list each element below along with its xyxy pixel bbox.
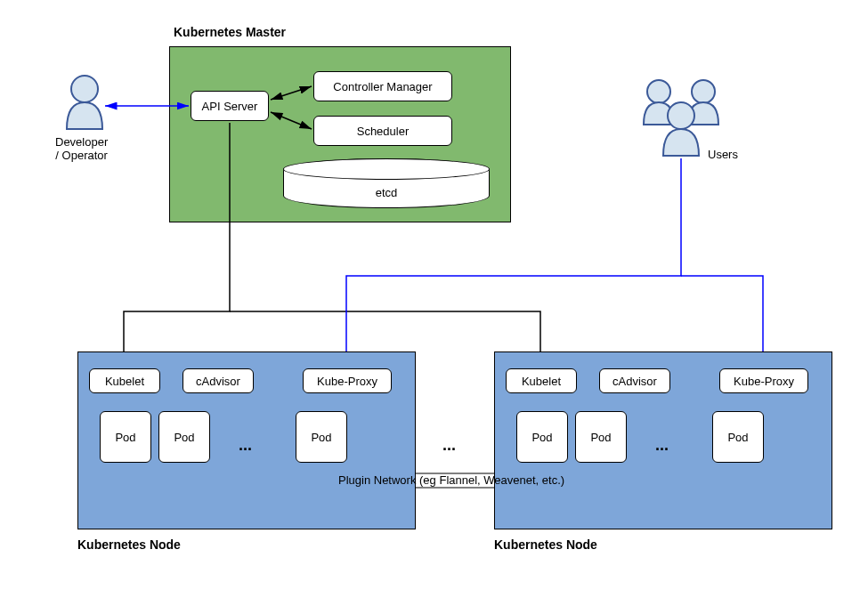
users-label: Users xyxy=(708,148,738,161)
svg-point-3 xyxy=(668,102,694,129)
nodes-ellipsis: ... xyxy=(442,436,456,455)
node1-pod3: Pod xyxy=(296,411,347,463)
plugin-network-label: Plugin Network (eg Flannel, Weavenet, et… xyxy=(338,473,564,487)
node1-kubelet: Kubelet xyxy=(89,368,160,393)
node2-pod3: Pod xyxy=(712,411,764,463)
etcd-label: etcd xyxy=(284,186,489,199)
node2-kubeproxy: Kube-Proxy xyxy=(719,368,808,393)
controller-manager-box: Controller Manager xyxy=(313,71,452,101)
node2-pod2: Pod xyxy=(575,411,627,463)
node2-title: Kubernetes Node xyxy=(494,537,597,552)
node1-pod2: Pod xyxy=(158,411,210,463)
svg-point-1 xyxy=(647,80,670,103)
node1-ellipsis: ... xyxy=(239,436,252,455)
api-server-box: API Server xyxy=(191,91,269,121)
scheduler-box: Scheduler xyxy=(313,116,452,146)
node2-cadvisor: cAdvisor xyxy=(599,368,670,393)
node2-ellipsis: ... xyxy=(655,436,669,455)
node2-kubelet: Kubelet xyxy=(506,368,577,393)
developer-icon xyxy=(67,76,102,129)
node1-cadvisor: cAdvisor xyxy=(183,368,254,393)
svg-point-0 xyxy=(71,76,98,102)
node1-title: Kubernetes Node xyxy=(77,537,181,552)
master-title: Kubernetes Master xyxy=(174,25,286,39)
node1-kubeproxy: Kube-Proxy xyxy=(303,368,392,393)
svg-point-2 xyxy=(692,80,715,103)
developer-label: Developer / Operator xyxy=(55,135,108,162)
etcd-cylinder: etcd xyxy=(283,158,490,208)
node1-pod1: Pod xyxy=(100,411,151,463)
users-icon xyxy=(644,80,718,156)
node2-pod1: Pod xyxy=(516,411,568,463)
